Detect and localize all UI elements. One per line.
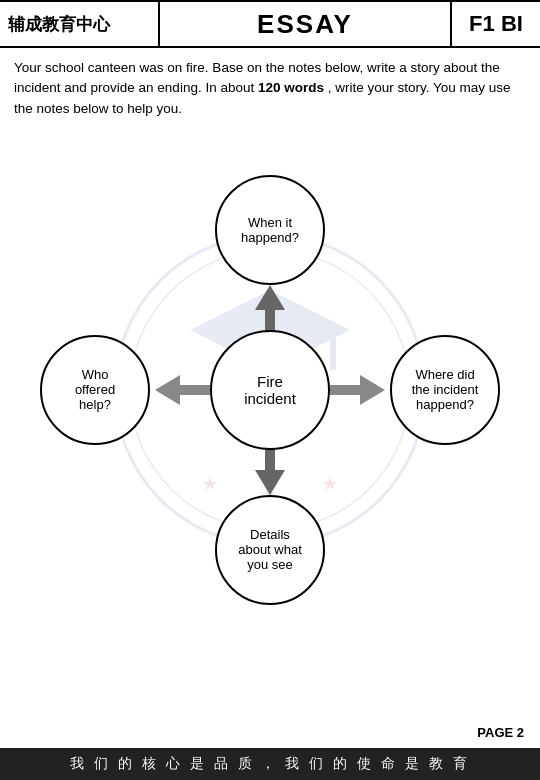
svg-text:★: ★ (202, 474, 218, 494)
word-count-bold: 120 words (258, 80, 324, 95)
footer-text: 我 们 的 核 心 是 品 质 ， 我 们 的 使 命 是 教 育 (70, 755, 469, 773)
circle-right-label: Where didthe incidenthappend? (412, 367, 479, 412)
circle-left-label: Whoofferedhelp? (75, 367, 115, 412)
school-name: 辅成教育中心 (0, 2, 160, 46)
circle-center-label: Fireincident (244, 373, 296, 407)
page-header: 辅成教育中心 ESSAY F1 BI (0, 0, 540, 48)
circle-top: When ithappend? (215, 175, 325, 285)
svg-rect-3 (330, 330, 336, 370)
circle-bottom-label: Detailsabout whatyou see (238, 527, 302, 572)
svg-text:★: ★ (322, 474, 338, 494)
circle-top-label: When ithappend? (241, 215, 299, 245)
circle-center: Fireincident (210, 330, 330, 450)
circle-bottom: Detailsabout whatyou see (215, 495, 325, 605)
footer-bar: 我 们 的 核 心 是 品 质 ， 我 们 的 使 命 是 教 育 (0, 748, 540, 780)
instruction-text: Your school canteen was on fire. Base on… (0, 48, 540, 125)
diagram-area: ★ ★ ★ KALANG When ithappend? Whoofferedh… (0, 125, 540, 655)
page-number: PAGE 2 (477, 725, 524, 740)
svg-marker-10 (155, 375, 210, 405)
document-title: ESSAY (160, 9, 450, 40)
circle-left: Whoofferedhelp? (40, 335, 150, 445)
circle-right: Where didthe incidenthappend? (390, 335, 500, 445)
svg-marker-11 (330, 375, 385, 405)
document-code: F1 BI (450, 2, 540, 46)
